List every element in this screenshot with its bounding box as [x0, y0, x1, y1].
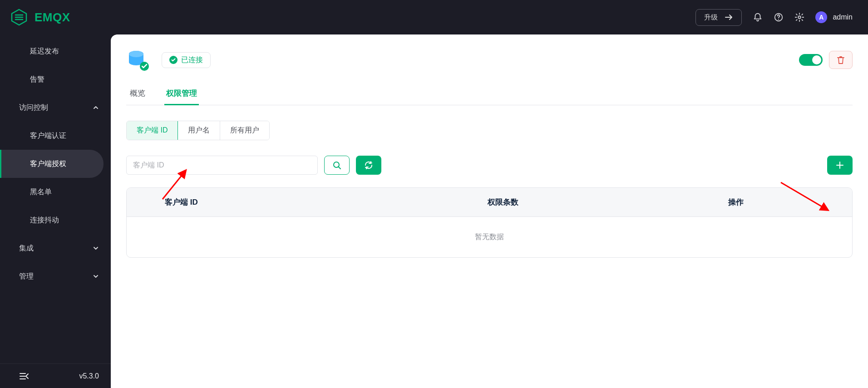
sidebar-item-label: 集成 [19, 244, 34, 253]
segment-all-users[interactable]: 所有用户 [220, 121, 269, 140]
svg-point-10 [334, 162, 339, 167]
svg-point-5 [778, 19, 779, 20]
segment-label: 客户端 ID [137, 126, 168, 134]
svg-line-11 [339, 167, 340, 169]
sidebar-footer: v5.3.0 [0, 363, 111, 388]
sidebar-scroll: 延迟发布 告警 访问控制 客户端认证 客户端授权 黑名单 连接抖动 集成 [0, 34, 111, 363]
tab-label: 权限管理 [166, 89, 197, 98]
bell-icon[interactable] [753, 12, 763, 22]
database-icon [126, 48, 150, 72]
chevron-down-icon [93, 245, 99, 251]
source-header-right [799, 51, 853, 69]
trash-icon [837, 55, 845, 64]
table-empty: 暂无数据 [127, 217, 852, 257]
sidebar: 延迟发布 告警 访问控制 客户端认证 客户端授权 黑名单 连接抖动 集成 [0, 34, 111, 388]
sidebar-item-authentication[interactable]: 客户端认证 [0, 122, 111, 150]
plus-icon [835, 161, 844, 170]
sidebar-group-access-control[interactable]: 访问控制 [0, 93, 111, 122]
sidebar-item-label: 延迟发布 [30, 47, 59, 56]
chevron-down-icon [93, 273, 99, 280]
gear-icon[interactable] [794, 12, 804, 22]
check-circle-icon [169, 56, 178, 64]
sidebar-item-alert[interactable]: 告警 [0, 65, 111, 93]
user-name: admin [833, 13, 853, 21]
sidebar-item-blacklist[interactable]: 黑名单 [0, 178, 111, 206]
tab-overview[interactable]: 概览 [129, 82, 146, 105]
data-table: 客户端 ID 权限条数 操作 暂无数据 [126, 187, 853, 258]
avatar: A [815, 11, 827, 23]
segment-label: 用户名 [188, 126, 210, 134]
source-header: 已连接 [126, 48, 853, 72]
search-input[interactable] [126, 156, 318, 175]
upgrade-label: 升级 [704, 13, 718, 22]
tab-label: 概览 [130, 89, 145, 98]
table-column-rule-count: 权限条数 [387, 188, 620, 216]
segment-username[interactable]: 用户名 [178, 121, 220, 140]
brand-name: EMQX [35, 10, 70, 25]
sidebar-group-integration[interactable]: 集成 [0, 234, 111, 262]
add-button[interactable] [827, 156, 853, 175]
segment-client-id[interactable]: 客户端 ID [127, 121, 178, 140]
sidebar-item-label: 告警 [30, 75, 44, 84]
toolbar [126, 156, 853, 175]
table-column-actions: 操作 [619, 188, 852, 216]
page-content: 已连接 概览 权限管理 客户端 ID 用户名 所有用户 [111, 34, 868, 388]
version-label: v5.3.0 [79, 372, 99, 380]
upgrade-button[interactable]: 升级 [695, 9, 742, 26]
sidebar-item-label: 访问控制 [19, 103, 48, 113]
sidebar-item-authorization[interactable]: 客户端授权 [0, 150, 104, 178]
sidebar-item-label: 连接抖动 [30, 216, 59, 225]
chevron-up-icon [93, 104, 99, 111]
status-chip: 已连接 [162, 52, 211, 68]
svg-point-8 [129, 51, 143, 57]
table-header: 客户端 ID 权限条数 操作 [127, 188, 852, 217]
source-header-left: 已连接 [126, 48, 211, 72]
delete-button[interactable] [829, 51, 853, 69]
app-header: EMQX 升级 A admin [0, 0, 868, 34]
sidebar-item-label: 管理 [19, 272, 34, 281]
search-button[interactable] [324, 156, 350, 175]
tabs: 概览 权限管理 [126, 82, 853, 105]
header-actions: 升级 A admin [695, 9, 853, 26]
sidebar-item-delayed-publish[interactable]: 延迟发布 [0, 37, 111, 65]
sidebar-group-management[interactable]: 管理 [0, 262, 111, 290]
sidebar-item-connection-jitter[interactable]: 连接抖动 [0, 206, 111, 234]
status-label: 已连接 [181, 55, 203, 65]
collapse-sidebar-icon[interactable] [19, 372, 29, 380]
brand: EMQX [10, 8, 70, 26]
svg-point-6 [799, 16, 801, 19]
table-column-client-id: 客户端 ID [127, 188, 387, 216]
arrow-right-icon [725, 14, 733, 20]
sidebar-item-label: 客户端授权 [30, 159, 66, 169]
brand-logo-icon [10, 8, 28, 26]
enable-toggle[interactable] [799, 54, 823, 66]
search-icon [332, 161, 341, 170]
sidebar-item-label: 黑名单 [30, 187, 52, 197]
refresh-button[interactable] [356, 156, 381, 175]
tab-permissions[interactable]: 权限管理 [165, 82, 198, 105]
sidebar-item-label: 客户端认证 [30, 131, 66, 141]
user-menu[interactable]: A admin [815, 11, 853, 23]
refresh-icon [364, 161, 373, 170]
help-icon[interactable] [774, 12, 784, 22]
segment-group: 客户端 ID 用户名 所有用户 [126, 121, 270, 140]
segment-label: 所有用户 [230, 126, 259, 134]
